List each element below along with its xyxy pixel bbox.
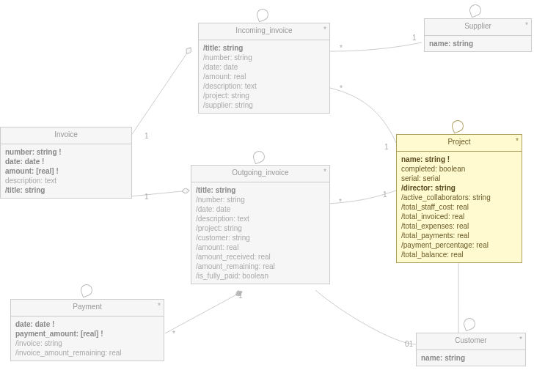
- attr: /description: text: [203, 81, 325, 91]
- attr: /title: string: [196, 185, 325, 195]
- multiplicity: *: [340, 84, 343, 92]
- multiplicity: 1: [238, 292, 243, 300]
- attr: description: text: [5, 176, 127, 185]
- attr: /number: string: [203, 53, 325, 62]
- attr: /description: text: [196, 214, 325, 223]
- class-customer[interactable]: Customer * name: string: [416, 333, 526, 366]
- multiplicity: *: [340, 44, 343, 52]
- attr: serial: serial: [401, 174, 517, 183]
- attr: /project: string: [196, 223, 325, 233]
- class-outgoing-invoice[interactable]: Outgoing_invoice * /title: string /numbe…: [191, 165, 330, 284]
- class-title: Outgoing_invoice *: [191, 166, 329, 182]
- multiplicity: 1: [384, 143, 389, 151]
- self-loop-icon: [468, 3, 483, 18]
- attr: /date: date: [196, 204, 325, 214]
- attr: /total_payments: real: [401, 231, 517, 240]
- class-title: Incoming_invoice *: [199, 23, 329, 40]
- multiplicity: *: [516, 137, 519, 145]
- multiplicity: 1: [145, 193, 149, 201]
- self-loop-icon: [450, 119, 466, 134]
- attr: /amount_received: real: [196, 252, 325, 262]
- multiplicity: 1: [383, 191, 387, 199]
- attr: completed: boolean: [401, 164, 517, 174]
- multiplicity: *: [323, 168, 326, 176]
- attr: /date: date: [203, 62, 325, 72]
- attr: /total_expenses: real: [401, 221, 517, 231]
- attr: /project: string: [203, 91, 325, 100]
- uml-diagram: Invoice number: string ! date: date ! am…: [0, 0, 534, 392]
- multiplicity: *: [525, 21, 528, 29]
- class-name: Project: [447, 138, 470, 146]
- attr: /active_collaborators: string: [401, 193, 517, 202]
- attr: /customer: string: [196, 233, 325, 243]
- class-supplier[interactable]: Supplier * name: string: [424, 18, 532, 52]
- multiplicity: 1: [145, 132, 149, 140]
- attr: date: date !: [5, 157, 127, 166]
- attr: /invoice: string: [15, 339, 159, 348]
- class-title: Supplier *: [425, 19, 531, 36]
- class-payment[interactable]: Payment * date: date ! payment_amount: […: [10, 299, 164, 361]
- multiplicity: *: [323, 26, 326, 34]
- attrs: /title: string /number: string /date: da…: [191, 182, 329, 284]
- attr: /total_invoiced: real: [401, 212, 517, 221]
- multiplicity: 01: [405, 340, 413, 348]
- self-loop-icon: [462, 317, 478, 332]
- multiplicity: 1: [412, 34, 417, 42]
- attr: /amount: real: [196, 243, 325, 252]
- class-incoming-invoice[interactable]: Incoming_invoice * /title: string /numbe…: [198, 23, 330, 114]
- attr: /title: string: [203, 43, 325, 53]
- attr: /title: string: [5, 185, 127, 195]
- class-name: Supplier: [464, 22, 491, 30]
- attr: date: date !: [15, 319, 159, 329]
- self-loop-icon: [255, 7, 271, 23]
- self-loop-icon: [252, 149, 267, 165]
- class-name: Incoming_invoice: [235, 26, 292, 34]
- attrs: name: string ! completed: boolean serial…: [397, 152, 522, 262]
- attr: payment_amount: [real] !: [15, 329, 159, 339]
- attr: /number: string: [196, 195, 325, 204]
- attrs: name: string: [417, 350, 525, 366]
- class-name: Payment: [73, 303, 101, 311]
- attr: /payment_percentage: real: [401, 240, 517, 250]
- class-name: Customer: [455, 336, 486, 344]
- attrs: name: string: [425, 36, 531, 51]
- attr: /director: string: [401, 183, 517, 193]
- class-project[interactable]: Project * name: string ! completed: bool…: [396, 134, 522, 263]
- attr: /amount: real: [203, 72, 325, 81]
- multiplicity: *: [172, 330, 175, 338]
- class-title: Customer *: [417, 333, 525, 350]
- attr: /amount_remaining: real: [196, 262, 325, 271]
- attrs: date: date ! payment_amount: [real] ! /i…: [11, 317, 164, 360]
- attr: number: string !: [5, 147, 127, 157]
- class-name: Invoice: [54, 130, 78, 138]
- class-name: Outgoing_invoice: [232, 169, 288, 177]
- self-loop-icon: [79, 283, 95, 298]
- class-title: Invoice: [1, 127, 131, 144]
- attr: /is_fully_paid: boolean: [196, 271, 325, 281]
- multiplicity: *: [339, 198, 342, 206]
- multiplicity: *: [519, 336, 522, 344]
- class-title: Project *: [397, 135, 522, 152]
- attrs: /title: string /number: string /date: da…: [199, 40, 329, 113]
- attr: /total_staff_cost: real: [401, 202, 517, 212]
- attr: name: string !: [401, 155, 517, 164]
- multiplicity: *: [158, 302, 161, 310]
- attr: amount: [real] !: [5, 166, 127, 176]
- attrs: number: string ! date: date ! amount: [r…: [1, 144, 131, 198]
- attr: /supplier: string: [203, 100, 325, 110]
- attr: name: string: [429, 39, 527, 48]
- attr: name: string: [421, 353, 521, 363]
- class-title: Payment *: [11, 300, 164, 317]
- attr: /total_balance: real: [401, 250, 517, 259]
- attr: /invoice_amount_remaining: real: [15, 348, 159, 358]
- class-invoice[interactable]: Invoice number: string ! date: date ! am…: [0, 127, 132, 199]
